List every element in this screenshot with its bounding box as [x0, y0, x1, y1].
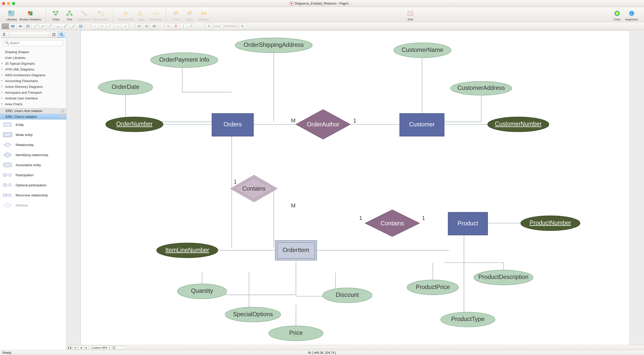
svg-point-40 [41, 27, 42, 28]
svg-point-63 [167, 25, 169, 27]
svg-rect-5 [30, 11, 32, 14]
inspectors-button[interactable]: i Inspectors [625, 10, 638, 21]
svg-point-45 [59, 27, 60, 28]
svg-rect-19 [139, 11, 141, 13]
chain-icon [52, 10, 60, 17]
distribute-button: Distribute [150, 10, 161, 21]
grid-button[interactable]: Grid [405, 10, 416, 21]
grid-icon [406, 10, 414, 17]
back-icon [186, 10, 194, 17]
svg-rect-28 [187, 12, 190, 15]
libraries-icon [8, 10, 16, 17]
svg-rect-16 [98, 11, 100, 13]
svg-rect-23 [155, 12, 156, 14]
svg-line-68 [210, 27, 211, 28]
color-icon [613, 10, 621, 17]
svg-rect-29 [201, 12, 203, 15]
connector-zigzag-button[interactable] [121, 23, 129, 29]
secondary-toolbar [0, 22, 644, 30]
svg-rect-18 [124, 12, 127, 15]
svg-rect-13 [70, 14, 73, 16]
ellipse-tool-button[interactable] [17, 23, 24, 29]
curve-tool-button[interactable] [47, 23, 54, 29]
svg-rect-10 [55, 14, 57, 15]
svg-point-36 [19, 25, 22, 27]
document-icon [290, 2, 293, 5]
svg-rect-6 [28, 14, 30, 15]
zoom-slider[interactable] [214, 26, 237, 27]
back-button: Back [184, 10, 195, 21]
svg-rect-26 [175, 11, 178, 14]
svg-point-47 [66, 24, 67, 25]
svg-rect-52 [138, 25, 139, 27]
close-window-button[interactable] [2, 2, 5, 5]
text-tool-button[interactable] [24, 23, 32, 29]
connector-straight-button[interactable] [91, 23, 99, 29]
svg-point-32 [615, 11, 620, 16]
svg-rect-1 [12, 11, 14, 13]
identical-icon [199, 10, 207, 17]
zoom-out-button[interactable] [205, 23, 213, 29]
elbow-tool-button[interactable] [39, 23, 47, 29]
svg-rect-3 [12, 14, 14, 16]
eyedropper-tool-button[interactable] [187, 23, 195, 29]
align-button: Align [136, 10, 147, 21]
line-tool-button[interactable] [32, 23, 39, 29]
svg-rect-14 [81, 11, 83, 13]
minimize-window-button[interactable] [7, 2, 10, 5]
align-icon [137, 10, 146, 17]
libraries-button[interactable]: Libraries [6, 10, 17, 21]
traffic-lights [2, 2, 15, 5]
arc-tool-button[interactable] [54, 23, 62, 29]
connections-mode3-button[interactable] [151, 23, 158, 29]
browse-solutions-button[interactable]: Browse Solutions [20, 10, 41, 21]
svg-rect-9 [56, 11, 58, 13]
chevron-down-icon[interactable]: ⌄ [350, 2, 352, 5]
delete-link-icon [80, 10, 88, 17]
svg-rect-12 [66, 14, 68, 16]
svg-point-59 [147, 26, 147, 26]
image-tool-button[interactable] [77, 23, 85, 29]
svg-text:i: i [631, 12, 632, 15]
window-title: Diagrama_Entidad_Relacion - Page1 ⌄ [15, 2, 627, 5]
svg-rect-24 [157, 12, 159, 14]
svg-point-38 [34, 27, 34, 28]
double-elbow-tool-button[interactable] [62, 23, 69, 29]
delete-link-button: Delete link [78, 10, 90, 21]
connections-mode1-button[interactable] [135, 23, 143, 29]
svg-rect-15 [85, 14, 87, 16]
svg-point-39 [36, 24, 37, 25]
svg-rect-22 [153, 12, 154, 14]
rect-tool-button[interactable] [9, 23, 17, 29]
zoom-window-button[interactable] [12, 2, 15, 5]
rotate-flip-icon [122, 10, 130, 17]
chain-button[interactable]: Chain [50, 10, 61, 21]
svg-rect-2 [9, 14, 11, 16]
zoom-in-button[interactable] [239, 23, 246, 29]
connections-mode2-button[interactable] [143, 23, 151, 29]
svg-point-46 [64, 27, 65, 28]
svg-point-65 [183, 25, 184, 26]
color-button[interactable]: Color [612, 10, 623, 21]
rotate-flip-button: Rotate & Flip [118, 10, 134, 21]
svg-point-41 [44, 25, 45, 26]
connector-curve-button[interactable] [106, 23, 114, 29]
tree-button[interactable]: Tree [64, 10, 75, 21]
pointer-tool-button[interactable] [2, 23, 9, 29]
main-toolbar: Libraries Browse Solutions Chain Tree De… [0, 7, 644, 22]
connector-elbow-button[interactable] [99, 23, 106, 29]
svg-point-43 [51, 24, 52, 25]
zigzag-tool-button[interactable] [69, 23, 77, 29]
svg-rect-35 [11, 25, 14, 27]
distribute-icon [152, 10, 160, 17]
svg-rect-53 [139, 25, 141, 27]
connector-arc-button[interactable] [114, 23, 121, 29]
hand-tool-button[interactable] [172, 23, 180, 29]
lasso-tool-button[interactable] [180, 23, 187, 29]
inspectors-icon: i [628, 10, 636, 17]
zoom-tool-button[interactable] [165, 23, 172, 29]
svg-point-51 [80, 26, 81, 26]
svg-point-49 [74, 24, 75, 25]
svg-line-64 [169, 27, 170, 28]
svg-rect-11 [68, 11, 70, 12]
